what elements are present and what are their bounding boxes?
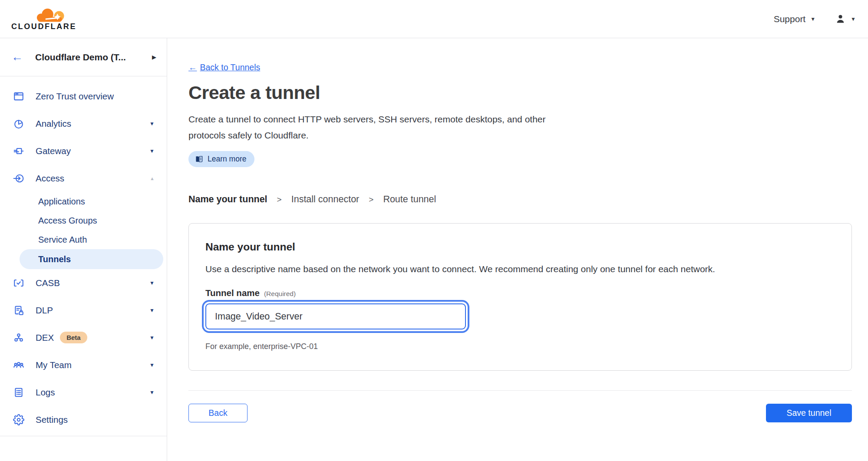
- user-icon: [835, 13, 846, 25]
- step-install-connector: Install connector: [291, 194, 360, 205]
- sidebar-item-label: CASB: [36, 278, 60, 288]
- back-link-label: Back to Tunnels: [200, 63, 261, 72]
- chevron-down-icon: ▼: [851, 16, 856, 22]
- brand-wordmark: CLOUDFLARE: [11, 22, 76, 31]
- access-icon: [12, 172, 25, 185]
- required-note: (Required): [264, 290, 296, 298]
- page-title: Create a tunnel: [188, 82, 852, 103]
- chevron-up-icon[interactable]: ▲: [150, 176, 155, 181]
- learn-more-button[interactable]: Learn more: [188, 151, 254, 167]
- chevron-down-icon[interactable]: ▼: [149, 362, 155, 368]
- chevron-down-icon[interactable]: ▼: [149, 307, 155, 313]
- back-button[interactable]: Back: [188, 404, 248, 422]
- sidebar-item-my-team[interactable]: My Team ▼: [0, 351, 167, 379]
- top-header: CLOUDFLARE Support ▼ ▼: [0, 0, 868, 38]
- user-menu[interactable]: ▼: [835, 13, 856, 25]
- chevron-right-icon[interactable]: ▶: [152, 54, 156, 60]
- back-arrow-icon[interactable]: ←: [11, 51, 23, 63]
- step-separator: >: [277, 195, 282, 204]
- sidebar-item-dlp[interactable]: DLP ▼: [0, 296, 167, 324]
- sidebar-item-analytics[interactable]: Analytics ▼: [0, 110, 167, 137]
- step-name-your-tunnel: Name your tunnel: [188, 194, 267, 205]
- document-lock-icon: [12, 304, 25, 317]
- window-icon: [12, 90, 25, 103]
- book-icon: [195, 155, 203, 163]
- step-route-tunnel: Route tunnel: [383, 194, 436, 205]
- footer-actions: Back Save tunnel: [188, 404, 852, 422]
- sidebar-item-logs[interactable]: Logs ▼: [0, 379, 167, 406]
- chevron-down-icon[interactable]: ▼: [149, 148, 155, 154]
- team-icon: [12, 359, 25, 372]
- sidebar-item-gateway[interactable]: Gateway ▼: [0, 137, 167, 165]
- cloudflare-cloud-icon: [34, 7, 69, 23]
- sidebar-item-label: Settings: [36, 415, 68, 425]
- learn-more-label: Learn more: [208, 155, 247, 164]
- tunnel-name-input[interactable]: [205, 303, 466, 329]
- gateway-icon: [12, 145, 25, 158]
- sidebar-item-tunnels[interactable]: Tunnels: [20, 249, 163, 269]
- account-name: Cloudflare Demo (T...: [35, 52, 152, 63]
- sidebar-item-label: Analytics: [36, 119, 71, 129]
- sidebar-item-zero-trust-overview[interactable]: Zero Trust overview: [0, 82, 167, 110]
- support-label: Support: [774, 14, 806, 24]
- chevron-down-icon[interactable]: ▼: [149, 389, 155, 395]
- cloudflare-logo: CLOUDFLARE: [9, 7, 79, 31]
- sidebar-item-label: Service Auth: [38, 235, 87, 245]
- support-menu[interactable]: Support ▼: [774, 14, 815, 24]
- sidebar-item-label: My Team: [36, 360, 72, 370]
- main-content: ← Back to Tunnels Create a tunnel Create…: [167, 38, 868, 461]
- card-title: Name your tunnel: [205, 241, 834, 253]
- account-switcher[interactable]: ← Cloudflare Demo (T... ▶: [0, 38, 167, 76]
- dex-icon: [12, 331, 25, 344]
- sidebar-item-label: DLP: [36, 305, 53, 316]
- card-description: Use a descriptive name based on the netw…: [205, 264, 834, 274]
- tunnel-name-hint: For example, enterprise-VPC-01: [205, 342, 834, 351]
- save-tunnel-button[interactable]: Save tunnel: [766, 404, 852, 422]
- chevron-down-icon[interactable]: ▼: [149, 335, 155, 341]
- gear-icon: [12, 413, 25, 426]
- sidebar-item-label: Applications: [38, 197, 85, 207]
- sidebar-item-settings[interactable]: Settings: [0, 406, 167, 433]
- sidebar-item-access-groups[interactable]: Access Groups: [0, 211, 167, 230]
- sidebar-item-label: Access: [36, 173, 64, 184]
- logs-icon: [12, 386, 25, 399]
- sidebar-nav: Zero Trust overview Analytics ▼ Gateway …: [0, 76, 167, 433]
- sidebar-item-service-auth[interactable]: Service Auth: [0, 230, 167, 249]
- tunnel-name-label: Tunnel name: [205, 288, 260, 298]
- casb-icon: [12, 277, 25, 290]
- sidebar: ← Cloudflare Demo (T... ▶ Zero Trust ove…: [0, 38, 167, 461]
- footer-divider: [188, 390, 852, 391]
- chevron-down-icon: ▼: [810, 16, 815, 22]
- name-tunnel-card: Name your tunnel Use a descriptive name …: [188, 223, 852, 371]
- chevron-down-icon[interactable]: ▼: [149, 280, 155, 286]
- sidebar-item-label: Zero Trust overview: [36, 91, 114, 102]
- sidebar-item-dex[interactable]: DEX Beta ▼: [0, 324, 167, 351]
- sidebar-item-access[interactable]: Access ▲: [0, 165, 167, 192]
- step-separator: >: [369, 195, 373, 204]
- back-to-tunnels-link[interactable]: ← Back to Tunnels: [188, 63, 260, 72]
- sidebar-item-label: Tunnels: [38, 254, 71, 264]
- sidebar-item-applications[interactable]: Applications: [0, 192, 167, 211]
- sidebar-item-label: Gateway: [36, 146, 71, 156]
- sidebar-divider: [0, 436, 167, 436]
- sidebar-item-label: DEX: [36, 333, 54, 343]
- pie-chart-icon: [12, 117, 25, 130]
- page-description: Create a tunnel to connect HTTP web serv…: [188, 111, 573, 143]
- sidebar-item-casb[interactable]: CASB ▼: [0, 269, 167, 296]
- beta-badge: Beta: [60, 332, 87, 343]
- sidebar-item-label: Logs: [36, 387, 55, 398]
- sidebar-item-label: Access Groups: [38, 216, 97, 226]
- chevron-down-icon[interactable]: ▼: [149, 121, 155, 127]
- stepper: Name your tunnel > Install connector > R…: [188, 194, 852, 205]
- back-arrow-icon: ←: [188, 63, 197, 72]
